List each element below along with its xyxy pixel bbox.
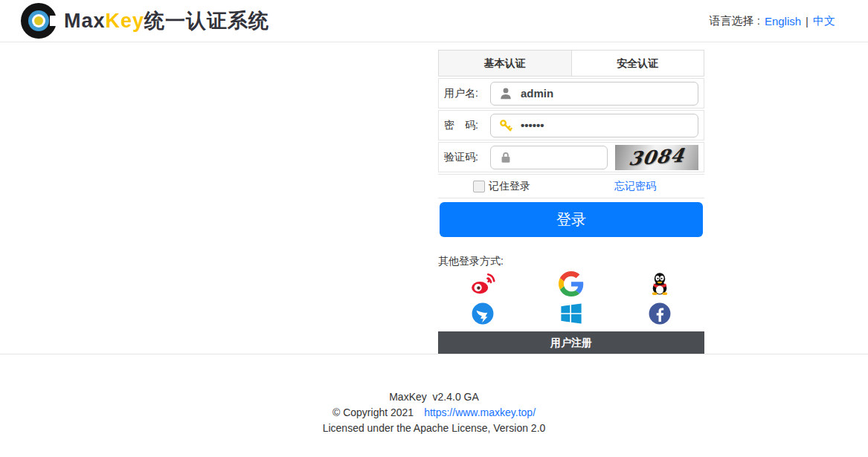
qq-login-button[interactable] <box>647 271 672 296</box>
footer: MaxKey v2.4.0 GA © Copyright 2021https:/… <box>0 389 868 436</box>
options-row: 记住登录 忘记密码 <box>438 174 704 198</box>
auth-tabs: 基本认证 安全认证 <box>438 50 704 77</box>
language-english-link[interactable]: English <box>765 15 801 27</box>
password-label: 密 码: <box>444 119 490 132</box>
maxkey-logo-icon <box>21 3 57 39</box>
footer-copyright-line: © Copyright 2021https://www.maxkey.top/ <box>0 405 868 421</box>
language-chinese-link[interactable]: 中文 <box>813 14 835 28</box>
page-title: MaxKey统一认证系统 <box>64 7 269 34</box>
login-panel: 基本认证 安全认证 用户名: admin 密 码: •••••• <box>438 50 704 354</box>
google-icon <box>559 271 584 296</box>
remember-label: 记住登录 <box>489 180 530 193</box>
weibo-icon <box>470 271 495 296</box>
brand-key: Key <box>106 10 145 32</box>
dingtalk-icon <box>470 301 495 326</box>
forgot-password-link[interactable]: 忘记密码 <box>614 180 656 193</box>
language-label: 语言选择 : <box>710 14 760 28</box>
key-icon <box>499 119 512 132</box>
page: MaxKey统一认证系统 语言选择 : English | 中文 基本认证 安全… <box>0 0 868 457</box>
remember-checkbox[interactable] <box>473 181 485 192</box>
username-row: 用户名: admin <box>438 78 704 108</box>
captcha-image[interactable]: 3084 <box>615 145 698 170</box>
username-input[interactable]: admin <box>490 82 698 106</box>
footer-license: Licensed under the Apache License, Versi… <box>0 421 868 436</box>
captcha-code: 3084 <box>628 144 687 169</box>
facebook-icon <box>647 301 672 326</box>
captcha-label: 验证码: <box>444 151 490 164</box>
brand: MaxKey统一认证系统 <box>21 3 269 39</box>
lock-icon <box>499 151 512 164</box>
captcha-row: 验证码: 3084 <box>438 142 704 172</box>
language-selector: 语言选择 : English | 中文 <box>710 14 835 28</box>
google-login-button[interactable] <box>559 271 584 296</box>
tab-basic-auth[interactable]: 基本认证 <box>439 51 572 76</box>
social-login-grid <box>438 271 704 326</box>
other-methods-label: 其他登录方式: <box>438 255 704 268</box>
password-input[interactable]: •••••• <box>490 114 698 137</box>
username-label: 用户名: <box>444 87 490 100</box>
windows-login-button[interactable] <box>559 301 584 326</box>
footer-maxkey-link[interactable]: https://www.maxkey.top/ <box>424 406 536 418</box>
language-separator: | <box>806 15 808 27</box>
user-icon <box>499 87 512 100</box>
header: MaxKey统一认证系统 语言选择 : English | 中文 <box>0 0 868 42</box>
facebook-login-button[interactable] <box>647 301 672 326</box>
weibo-login-button[interactable] <box>470 271 495 296</box>
qq-icon <box>647 271 672 296</box>
brand-max: Max <box>64 10 106 32</box>
brand-suffix: 统一认证系统 <box>144 10 269 32</box>
password-row: 密 码: •••••• <box>438 110 704 140</box>
password-value: •••••• <box>521 119 544 132</box>
footer-divider <box>0 354 868 354</box>
footer-version: MaxKey v2.4.0 GA <box>0 389 868 405</box>
captcha-input[interactable] <box>490 146 608 169</box>
register-button[interactable]: 用户注册 <box>438 331 704 354</box>
footer-copyright: © Copyright 2021 <box>332 406 414 418</box>
username-value: admin <box>521 87 553 100</box>
login-button[interactable]: 登录 <box>440 202 703 237</box>
tab-secure-auth[interactable]: 安全认证 <box>572 51 704 76</box>
dingtalk-login-button[interactable] <box>470 301 495 326</box>
windows-icon <box>559 301 584 326</box>
